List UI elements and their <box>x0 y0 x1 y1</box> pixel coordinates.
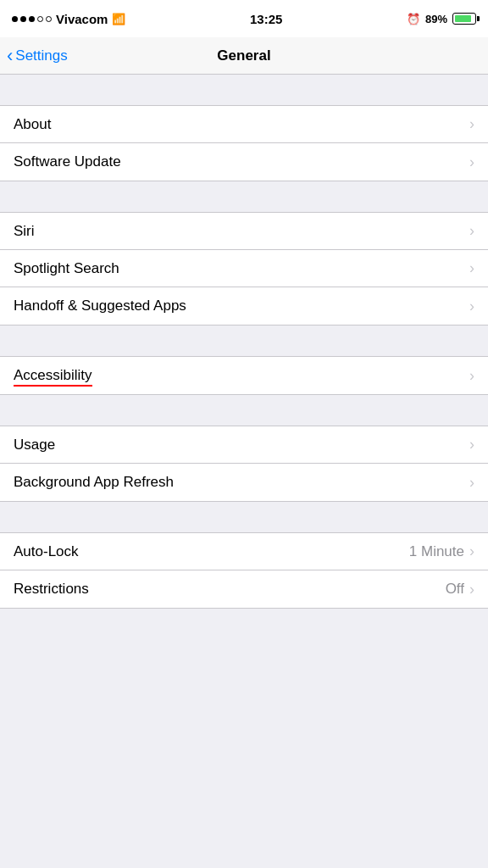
status-bar: Vivacom 📶 13:25 ⏰ 89% <box>0 0 488 37</box>
status-left: Vivacom 📶 <box>12 12 125 26</box>
settings-item-siri[interactable]: Siri › <box>0 213 488 250</box>
item-right-handoff: › <box>469 298 474 315</box>
item-label-about: About <box>14 116 51 133</box>
carrier-label: Vivacom <box>56 12 108 26</box>
nav-title: General <box>217 47 270 64</box>
item-left-handoff: Handoff & Suggested Apps <box>14 298 186 314</box>
settings-item-usage[interactable]: Usage › <box>0 426 488 464</box>
settings-item-background-app-refresh[interactable]: Background App Refresh › <box>0 464 488 501</box>
section-group-4: Usage › Background App Refresh › <box>0 395 488 502</box>
item-label-siri: Siri <box>14 223 35 240</box>
back-label: Settings <box>15 47 67 64</box>
back-chevron-icon: ‹ <box>7 47 13 65</box>
item-right-about: › <box>469 115 474 133</box>
item-left-accessibility: Accessibility <box>14 367 92 384</box>
item-right-usage: › <box>469 436 474 453</box>
chevron-icon-software-update: › <box>469 153 474 171</box>
settings-list-2: Siri › Spotlight Search › Handoff & Sugg… <box>0 212 488 326</box>
chevron-icon-siri: › <box>469 222 474 240</box>
section-spacer-top-5 <box>0 502 488 532</box>
chevron-icon-about: › <box>469 115 474 133</box>
item-left-auto-lock: Auto-Lock <box>14 543 79 560</box>
section-group-2: Siri › Spotlight Search › Handoff & Sugg… <box>0 181 488 326</box>
settings-item-software-update[interactable]: Software Update › <box>0 143 488 181</box>
section-group-3: Accessibility › <box>0 326 488 395</box>
wifi-icon: 📶 <box>112 13 125 25</box>
chevron-icon-background-app-refresh: › <box>469 474 474 492</box>
section-spacer-top-1 <box>0 75 488 105</box>
item-label-auto-lock: Auto-Lock <box>14 543 79 560</box>
section-group-1: About › Software Update › <box>0 75 488 181</box>
settings-list-5: Auto-Lock 1 Minute › Restrictions Off › <box>0 532 488 609</box>
settings-item-about[interactable]: About › <box>0 106 488 143</box>
settings-item-auto-lock[interactable]: Auto-Lock 1 Minute › <box>0 533 488 570</box>
settings-item-accessibility[interactable]: Accessibility › <box>0 357 488 394</box>
status-right: ⏰ 89% <box>407 13 476 25</box>
item-left-background-app-refresh: Background App Refresh <box>14 474 174 491</box>
chevron-icon-handoff: › <box>469 298 474 315</box>
nav-bar: ‹ Settings General <box>0 37 488 75</box>
item-label-accessibility: Accessibility <box>14 367 92 384</box>
dot1 <box>12 16 18 22</box>
signal-dots <box>12 16 52 22</box>
dot4 <box>37 16 43 22</box>
settings-item-spotlight-search[interactable]: Spotlight Search › <box>0 250 488 287</box>
section-spacer-top-2 <box>0 181 488 212</box>
settings-item-restrictions[interactable]: Restrictions Off › <box>0 570 488 608</box>
item-label-software-update: Software Update <box>14 153 121 170</box>
item-label-spotlight-search: Spotlight Search <box>14 260 119 277</box>
alarm-icon: ⏰ <box>407 13 420 25</box>
item-right-accessibility: › <box>469 367 474 385</box>
item-left-siri: Siri <box>14 223 35 240</box>
settings-item-handoff[interactable]: Handoff & Suggested Apps › <box>0 287 488 325</box>
dot3 <box>29 16 35 22</box>
settings-list-3: Accessibility › <box>0 356 488 395</box>
item-left-about: About <box>14 116 51 133</box>
battery-percent: 89% <box>425 13 447 25</box>
item-right-software-update: › <box>469 153 474 171</box>
item-left-restrictions: Restrictions <box>14 581 89 598</box>
item-label-restrictions: Restrictions <box>14 581 89 598</box>
item-label-usage: Usage <box>14 437 55 453</box>
item-label-handoff: Handoff & Suggested Apps <box>14 298 186 314</box>
chevron-icon-auto-lock: › <box>469 542 474 560</box>
battery-icon <box>452 13 476 25</box>
chevron-icon-usage: › <box>469 436 474 453</box>
back-button[interactable]: ‹ Settings <box>7 47 68 65</box>
item-right-spotlight-search: › <box>469 259 474 277</box>
item-left-software-update: Software Update <box>14 153 121 170</box>
item-right-auto-lock: 1 Minute › <box>409 542 474 560</box>
settings-list-4: Usage › Background App Refresh › <box>0 426 488 502</box>
item-left-usage: Usage <box>14 437 55 453</box>
item-right-background-app-refresh: › <box>469 474 474 492</box>
dot2 <box>20 16 26 22</box>
item-left-spotlight-search: Spotlight Search <box>14 260 119 277</box>
section-spacer-top-3 <box>0 326 488 356</box>
battery-fill <box>455 15 471 22</box>
status-time: 13:25 <box>250 12 282 26</box>
chevron-icon-spotlight-search: › <box>469 259 474 277</box>
item-right-restrictions: Off › <box>446 581 474 598</box>
item-label-background-app-refresh: Background App Refresh <box>14 474 174 491</box>
dot5 <box>46 16 52 22</box>
section-group-5: Auto-Lock 1 Minute › Restrictions Off › <box>0 502 488 609</box>
item-value-restrictions: Off <box>446 581 464 598</box>
settings-list-1: About › Software Update › <box>0 105 488 181</box>
chevron-icon-restrictions: › <box>469 581 474 598</box>
chevron-icon-accessibility: › <box>469 367 474 385</box>
section-spacer-top-4 <box>0 395 488 426</box>
item-value-auto-lock: 1 Minute <box>409 543 464 560</box>
item-right-siri: › <box>469 222 474 240</box>
